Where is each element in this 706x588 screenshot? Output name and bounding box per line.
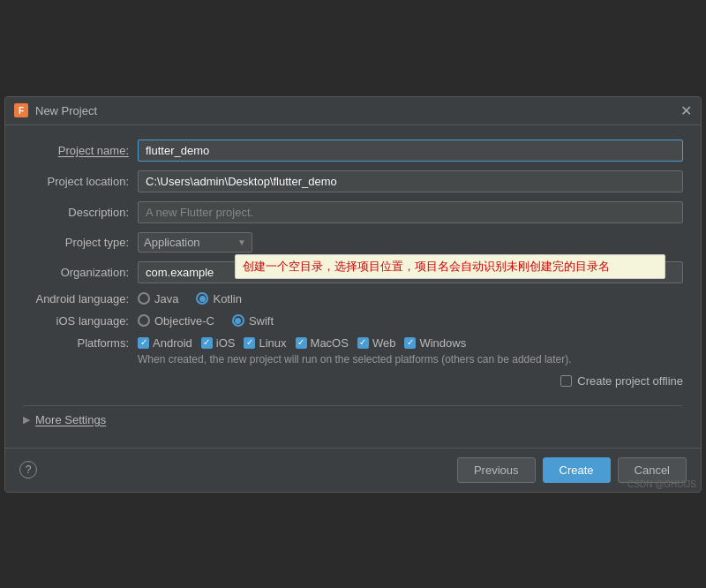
macos-check-icon: ✓ <box>297 338 304 347</box>
location-tooltip: 创建一个空目录，选择项目位置，项目名会自动识别未刚创建完的目录名 <box>235 254 665 279</box>
flutter-icon: F <box>14 103 28 117</box>
linux-check-icon: ✓ <box>246 338 253 347</box>
project-location-label: Project location: <box>23 175 138 188</box>
ios-platform-label: iOS <box>216 336 236 350</box>
description-row: Description: <box>23 201 683 223</box>
dialog-title: New Project <box>35 104 97 117</box>
project-type-select[interactable]: Application ▼ <box>138 232 252 253</box>
project-location-row: Project location: 创建一个空目录，选择项目位置，项目名会自动识… <box>23 170 683 192</box>
android-platform-label: Android <box>153 336 192 350</box>
kotlin-radio-button[interactable] <box>196 292 208 305</box>
project-type-value: Application <box>144 236 232 249</box>
platforms-note: When created, the new project will run o… <box>138 353 683 366</box>
ios-objc-option[interactable]: Objective-C <box>138 314 214 328</box>
kotlin-label: Kotlin <box>213 292 242 305</box>
dialog-body: Project name: Project location: 创建一个空目录，… <box>5 125 701 448</box>
dialog-footer: ? Previous Create Cancel <box>5 448 701 492</box>
description-input[interactable] <box>138 201 683 223</box>
objc-radio-button[interactable] <box>138 314 150 327</box>
create-offline-label: Create project offline <box>577 374 683 388</box>
web-platform-label: Web <box>372 336 396 350</box>
kotlin-radio-inner <box>199 296 206 302</box>
description-label: Description: <box>23 206 138 219</box>
new-project-dialog: F New Project ✕ Project name: Project lo… <box>4 96 702 493</box>
objc-label: Objective-C <box>154 314 214 328</box>
macos-checkbox[interactable]: ✓ <box>296 337 307 349</box>
more-settings-row[interactable]: ▶ More Settings <box>23 405 683 433</box>
project-name-row: Project name: <box>23 139 683 162</box>
platform-linux[interactable]: ✓ Linux <box>244 336 286 350</box>
project-type-label: Project type: <box>23 236 138 249</box>
ios-check-icon: ✓ <box>203 338 210 347</box>
platform-android[interactable]: ✓ Android <box>138 336 192 350</box>
android-kotlin-option[interactable]: Kotlin <box>196 292 242 305</box>
web-checkbox[interactable]: ✓ <box>357 337 369 349</box>
more-settings-label: More Settings <box>35 413 106 426</box>
more-settings-arrow-icon: ▶ <box>23 414 30 426</box>
platforms-group: ✓ Android ✓ iOS ✓ Linux <box>138 336 466 350</box>
platforms-label: Platforms: <box>23 336 138 350</box>
windows-checkbox[interactable]: ✓ <box>404 337 416 349</box>
android-language-label: Android language: <box>23 292 138 305</box>
android-language-group: Java Kotlin <box>138 292 242 305</box>
organization-label: Organization: <box>23 266 138 279</box>
windows-platform-label: Windows <box>419 336 466 350</box>
project-name-input[interactable] <box>138 139 683 162</box>
footer-left: ? <box>19 461 37 479</box>
ios-checkbox[interactable]: ✓ <box>201 337 213 349</box>
chevron-down-icon: ▼ <box>237 237 246 247</box>
project-name-label: Project name: <box>23 144 138 157</box>
platforms-row: Platforms: ✓ Android ✓ iOS <box>23 336 683 350</box>
android-checkbox[interactable]: ✓ <box>138 337 149 349</box>
create-button[interactable]: Create <box>543 457 611 483</box>
ios-language-row: iOS language: Objective-C Swift <box>23 314 683 328</box>
title-bar: F New Project ✕ <box>5 97 701 125</box>
platform-macos[interactable]: ✓ MacOS <box>296 336 349 350</box>
help-button[interactable]: ? <box>19 461 37 479</box>
platform-web[interactable]: ✓ Web <box>357 336 396 350</box>
swift-radio-button[interactable] <box>232 314 244 327</box>
project-location-input[interactable] <box>138 170 683 192</box>
close-button[interactable]: ✕ <box>680 102 692 119</box>
create-offline-row: Create project offline <box>23 374 683 388</box>
linux-checkbox[interactable]: ✓ <box>244 337 255 349</box>
android-java-option[interactable]: Java <box>138 292 178 305</box>
title-bar-left: F New Project <box>14 103 97 117</box>
java-radio-button[interactable] <box>138 292 150 305</box>
java-label: Java <box>154 292 178 305</box>
ios-language-group: Objective-C Swift <box>138 314 274 328</box>
android-language-row: Android language: Java Kotlin <box>23 292 683 305</box>
swift-label: Swift <box>249 314 274 328</box>
linux-platform-label: Linux <box>259 336 286 350</box>
ios-language-label: iOS language: <box>23 314 138 328</box>
platform-windows[interactable]: ✓ Windows <box>404 336 466 350</box>
platform-ios[interactable]: ✓ iOS <box>201 336 236 350</box>
project-type-row: Project type: Application ▼ <box>23 232 683 253</box>
ios-swift-option[interactable]: Swift <box>232 314 274 328</box>
swift-radio-inner <box>235 318 241 324</box>
web-check-icon: ✓ <box>359 338 366 347</box>
dialog-container: F New Project ✕ Project name: Project lo… <box>4 96 702 493</box>
macos-platform-label: MacOS <box>311 336 349 350</box>
windows-check-icon: ✓ <box>407 338 414 347</box>
watermark: CSDN @GHUIJS <box>627 479 696 489</box>
previous-button[interactable]: Previous <box>457 457 536 483</box>
android-check-icon: ✓ <box>140 338 147 347</box>
create-offline-checkbox[interactable] <box>560 375 572 387</box>
